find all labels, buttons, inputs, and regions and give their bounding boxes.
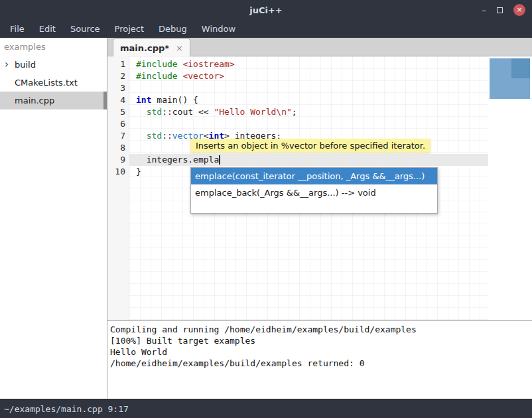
completion-item-1[interactable]: emplace_back(_Args &&__args...) --> void [191, 184, 437, 201]
code-token: ::cout << [162, 107, 214, 117]
code-token: main() { [151, 95, 198, 105]
line-number: 6 [107, 118, 129, 130]
tab-close-icon[interactable]: × [176, 43, 183, 53]
text-cursor [219, 155, 220, 165]
code-token: #include [136, 71, 182, 81]
completion-popup[interactable]: emplace(const_iterator __position, _Args… [190, 167, 438, 214]
code-token: :: [162, 131, 172, 141]
output-line: [100%] Built target examples [110, 335, 529, 346]
sidebar-scrollbar-thumb[interactable] [103, 92, 107, 109]
line-number: 10 [107, 166, 129, 178]
output-line: /home/eidheim/examples/build/examples re… [110, 358, 529, 369]
line-number: 9 [107, 154, 129, 166]
menu-item-edit[interactable]: Edit [32, 20, 63, 38]
menu-bar: FileEditSourceProjectDebugWindow [0, 20, 532, 38]
juci-window: { "window": { "title": "juCi++" }, "icon… [0, 0, 532, 418]
code-editor[interactable]: 12345678910 #include <iostream>#include … [107, 56, 532, 320]
title-bar[interactable]: juCi++ – × [0, 0, 532, 20]
line-number: 1 [107, 58, 129, 70]
code-token: <iostream> [182, 59, 234, 69]
sidebar-item-build[interactable]: ›build [0, 56, 107, 74]
code-line-5[interactable]: std::cout << "Hello World\n"; [129, 106, 488, 118]
code-line-9[interactable]: integers.empla [129, 154, 488, 166]
overview-scrollbar-thumb[interactable] [490, 58, 530, 99]
build-output-panel[interactable]: Compiling and running /home/eidheim/exam… [107, 320, 532, 399]
sidebar-item-label: main.cpp [15, 96, 54, 105]
window-title: juCi++ [0, 0, 532, 20]
sidebar-item-cmakelists-txt[interactable]: CMakeLists.txt [0, 74, 107, 92]
sidebar-item-main-cpp[interactable]: main.cpp [0, 92, 107, 109]
menu-item-source[interactable]: Source [63, 20, 107, 38]
line-number: 2 [107, 70, 129, 82]
code-token: std [147, 131, 162, 141]
code-token: ; [292, 107, 297, 117]
overview-scrollbar-thumb-inner [511, 58, 530, 78]
menu-item-window[interactable]: Window [194, 20, 243, 38]
close-icon[interactable]: × [513, 4, 525, 16]
line-number: 7 [107, 130, 129, 142]
maximize-icon[interactable] [497, 7, 503, 13]
code-line-4[interactable]: int main() { [129, 94, 488, 106]
code-line-1[interactable]: #include <iostream> [129, 58, 488, 70]
code-token: #include [136, 59, 182, 69]
code-token: std [147, 107, 162, 117]
menu-item-debug[interactable]: Debug [151, 20, 194, 38]
minimize-icon[interactable]: – [482, 5, 486, 15]
code-token: } [136, 167, 141, 176]
status-file-position: ~/examples/main.cpp 9:17 [4, 404, 129, 414]
output-line: Hello World [110, 346, 529, 358]
code-token: integers.empla [136, 155, 219, 165]
sidebar-item-label: CMakeLists.txt [15, 78, 78, 88]
code-line-6[interactable] [129, 118, 488, 130]
completion-item-0[interactable]: emplace(const_iterator __position, _Args… [191, 168, 437, 184]
menu-item-project[interactable]: Project [107, 20, 151, 38]
overview-scrollbar[interactable] [488, 56, 532, 320]
file-tree-sidebar: examples ›buildCMakeLists.txtmain.cpp [0, 38, 107, 399]
doc-tooltip: Inserts an object in %vector before spec… [190, 139, 431, 153]
tab-main-cpp[interactable]: main.cpp* × [113, 38, 190, 56]
output-line: Compiling and running /home/eidheim/exam… [110, 324, 529, 335]
code-line-3[interactable] [129, 82, 488, 94]
line-number: 3 [107, 82, 129, 94]
tab-bar: main.cpp* × [107, 38, 532, 56]
line-number-gutter: 12345678910 [107, 56, 129, 320]
tab-label: main.cpp* [120, 43, 169, 53]
sidebar-item-label: build [15, 60, 36, 70]
status-bar: ~/examples/main.cpp 9:17 [0, 399, 532, 418]
code-token: "Hello World\n" [214, 107, 291, 117]
project-name: examples [0, 38, 107, 56]
code-line-2[interactable]: #include <vector> [129, 70, 488, 82]
chevron-right-icon[interactable]: › [5, 56, 9, 74]
file-tree: ›buildCMakeLists.txtmain.cpp [0, 56, 107, 109]
line-number: 5 [107, 106, 129, 118]
code-token [136, 131, 147, 141]
code-token [136, 107, 147, 117]
code-token: <vector> [182, 71, 224, 81]
line-number: 4 [107, 94, 129, 106]
code-token: int [136, 95, 151, 105]
line-number: 8 [107, 142, 129, 154]
menu-item-file[interactable]: File [3, 20, 32, 38]
window-controls: – × [482, 0, 525, 20]
